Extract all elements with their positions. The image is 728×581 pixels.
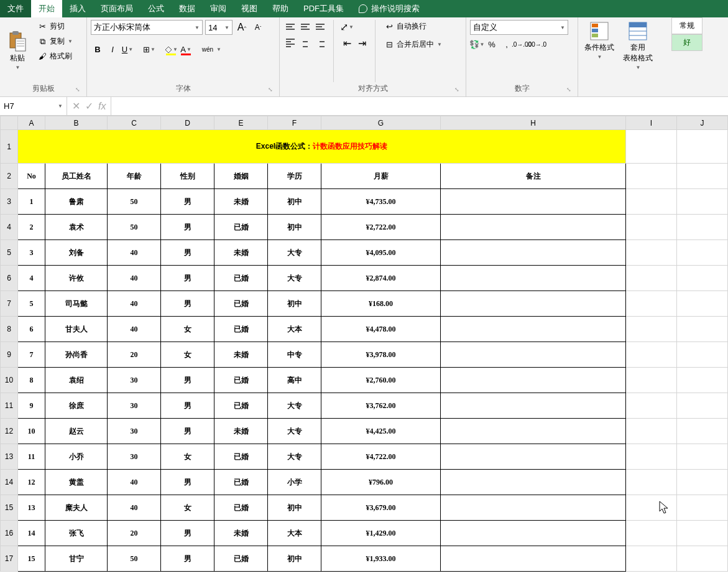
- decrease-font-button[interactable]: Aˇ: [251, 21, 265, 34]
- cell-age[interactable]: 40: [108, 266, 161, 291]
- row-header[interactable]: 8: [1, 317, 18, 342]
- cell-education[interactable]: 初中: [268, 291, 321, 317]
- menu-help[interactable]: 帮助: [265, 0, 296, 17]
- cell-name[interactable]: 糜夫人: [45, 495, 108, 521]
- cell-remark[interactable]: [441, 215, 626, 240]
- cell-salary[interactable]: ¥168.00: [321, 291, 441, 317]
- menu-data[interactable]: 数据: [172, 0, 203, 17]
- launcher-icon[interactable]: ⤡: [565, 86, 573, 94]
- font-color-button[interactable]: A▼: [179, 42, 193, 56]
- cell-no[interactable]: 4: [18, 266, 45, 291]
- cell-marriage[interactable]: 已婚: [214, 291, 268, 317]
- align-right-button[interactable]: [313, 36, 327, 50]
- cell-sex[interactable]: 女: [161, 444, 214, 470]
- cell-age[interactable]: 30: [108, 419, 161, 444]
- cancel-icon[interactable]: ✕: [72, 100, 80, 112]
- cell-salary[interactable]: ¥1,933.00: [321, 546, 441, 572]
- cell-remark[interactable]: [441, 470, 626, 495]
- cell-education[interactable]: 小学: [268, 470, 321, 495]
- name-box[interactable]: H7▼: [0, 97, 67, 115]
- copy-button[interactable]: ⧉复制▼: [35, 35, 75, 48]
- menu-layout[interactable]: 页面布局: [93, 0, 141, 17]
- cell-sex[interactable]: 男: [161, 521, 214, 546]
- spreadsheet-grid[interactable]: A B C D E F G H I J 1 Excel函数公式：计数函数应用技巧…: [0, 116, 728, 572]
- cell-sex[interactable]: 女: [161, 342, 214, 368]
- cell-remark[interactable]: [441, 419, 626, 444]
- cell-sex[interactable]: 男: [161, 393, 214, 419]
- cell-name[interactable]: 甘宁: [45, 546, 108, 572]
- row-header[interactable]: 10: [1, 368, 18, 393]
- cell-name[interactable]: 许攸: [45, 266, 108, 291]
- cell-marriage[interactable]: 已婚: [214, 444, 268, 470]
- table-header[interactable]: 性别: [161, 164, 214, 189]
- col-header[interactable]: H: [441, 116, 626, 130]
- cell-education[interactable]: 高中: [268, 368, 321, 393]
- row-header[interactable]: 17: [1, 546, 18, 572]
- cell-age[interactable]: 50: [108, 546, 161, 572]
- cell-salary[interactable]: ¥3,762.00: [321, 393, 441, 419]
- cell-remark[interactable]: [441, 521, 626, 546]
- cell-age[interactable]: 50: [108, 215, 161, 240]
- cell-age[interactable]: 30: [108, 444, 161, 470]
- cell-age[interactable]: 20: [108, 342, 161, 368]
- select-all-corner[interactable]: [1, 116, 18, 130]
- cell-no[interactable]: 8: [18, 368, 45, 393]
- cell-education[interactable]: 大本: [268, 317, 321, 342]
- cell-no[interactable]: 15: [18, 546, 45, 572]
- cell-remark[interactable]: [441, 393, 626, 419]
- cell-age[interactable]: 40: [108, 317, 161, 342]
- cell-name[interactable]: 赵云: [45, 419, 108, 444]
- cell-name[interactable]: 徐庶: [45, 393, 108, 419]
- cell-marriage[interactable]: 已婚: [214, 215, 268, 240]
- cell-salary[interactable]: ¥4,735.00: [321, 189, 441, 215]
- table-header[interactable]: 婚姻: [214, 164, 268, 189]
- table-header[interactable]: 学历: [268, 164, 321, 189]
- italic-button[interactable]: I: [106, 42, 119, 56]
- style-normal[interactable]: 常规: [671, 17, 703, 34]
- cell-sex[interactable]: 男: [161, 291, 214, 317]
- menu-insert[interactable]: 插入: [62, 0, 93, 17]
- orientation-button[interactable]: ⤢▼: [340, 20, 354, 34]
- cell-no[interactable]: 1: [18, 189, 45, 215]
- cell-no[interactable]: 13: [18, 495, 45, 521]
- table-header[interactable]: No: [18, 164, 45, 189]
- align-left-button[interactable]: [283, 36, 297, 50]
- cell-education[interactable]: 大专: [268, 444, 321, 470]
- cell-education[interactable]: 大专: [268, 393, 321, 419]
- cell-no[interactable]: 9: [18, 393, 45, 419]
- row-header[interactable]: 4: [1, 215, 18, 240]
- cell-education[interactable]: 初中: [268, 546, 321, 572]
- increase-font-button[interactable]: A^: [235, 21, 249, 34]
- cell-sex[interactable]: 男: [161, 470, 214, 495]
- cell-age[interactable]: 40: [108, 240, 161, 266]
- col-header[interactable]: I: [626, 116, 677, 130]
- cell-name[interactable]: 司马懿: [45, 291, 108, 317]
- font-size-combo[interactable]: 14▼: [205, 20, 233, 35]
- table-header[interactable]: 年龄: [108, 164, 161, 189]
- cell-education[interactable]: 中专: [268, 342, 321, 368]
- cell-age[interactable]: 40: [108, 470, 161, 495]
- formula-input[interactable]: [111, 97, 728, 115]
- cell-salary[interactable]: ¥4,722.00: [321, 444, 441, 470]
- cell-remark[interactable]: [441, 189, 626, 215]
- cell-no[interactable]: 12: [18, 470, 45, 495]
- cell-no[interactable]: 10: [18, 419, 45, 444]
- cell-remark[interactable]: [441, 444, 626, 470]
- cell-sex[interactable]: 男: [161, 546, 214, 572]
- cell-sex[interactable]: 男: [161, 368, 214, 393]
- format-as-table-button[interactable]: 套用 表格格式▼: [620, 20, 655, 93]
- align-top-button[interactable]: [283, 20, 297, 34]
- cell-age[interactable]: 40: [108, 495, 161, 521]
- cell-age[interactable]: 30: [108, 393, 161, 419]
- cell-sex[interactable]: 女: [161, 317, 214, 342]
- bold-button[interactable]: B: [91, 42, 104, 56]
- cell-name[interactable]: 甘夫人: [45, 317, 108, 342]
- row-header[interactable]: 13: [1, 444, 18, 470]
- col-header[interactable]: C: [108, 116, 161, 130]
- col-header[interactable]: J: [677, 116, 728, 130]
- row-header[interactable]: 5: [1, 240, 18, 266]
- cell-no[interactable]: 2: [18, 215, 45, 240]
- cell-education[interactable]: 大专: [268, 266, 321, 291]
- cell-marriage[interactable]: 未婚: [214, 521, 268, 546]
- cell-education[interactable]: 大专: [268, 419, 321, 444]
